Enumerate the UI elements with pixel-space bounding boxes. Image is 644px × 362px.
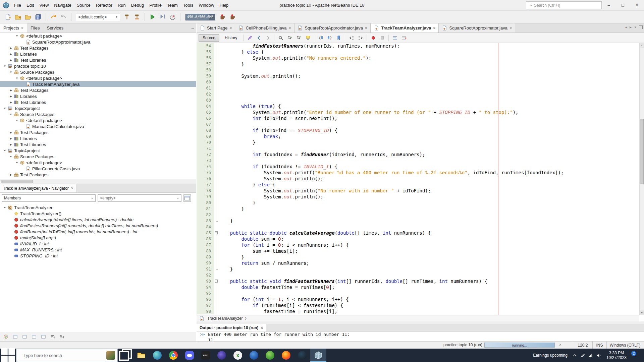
code-line[interactable]: 95 [197, 290, 639, 296]
code-line[interactable]: 71 [197, 145, 639, 152]
tree-item-test-libraries[interactable]: ▶Test Libraries [0, 99, 196, 105]
open-project-icon[interactable] [23, 12, 33, 21]
show-non-public-icon[interactable] [39, 333, 47, 341]
panel-tab-services[interactable]: Services [43, 23, 67, 33]
expand-icon[interactable]: ▶ [9, 47, 13, 50]
code-editor[interactable]: 54 findFastestRunners(runnerIds, runTime… [197, 43, 639, 315]
expand-icon[interactable]: ▶ [9, 101, 13, 104]
tree-item-test-packages[interactable]: ▶Test Packages [0, 129, 196, 135]
code-line[interactable]: 74 if (foundIndex != INVALID_I) { [197, 164, 639, 170]
expand-icon[interactable]: ▶ [9, 143, 13, 146]
menu-file[interactable]: File [11, 0, 24, 10]
tree-item-test-libraries[interactable]: ▶Test Libraries [0, 57, 196, 63]
navigator-item-calculateaverage[interactable]: calculateAverage(double[] times, int num… [0, 217, 196, 223]
code-line[interactable]: 73 [197, 158, 639, 164]
scroll-tabs-right-icon[interactable]: ▶ [630, 26, 632, 29]
menu-refactor[interactable]: Refactor [93, 0, 115, 10]
collapse-icon[interactable]: ▼ [15, 77, 19, 80]
code-line[interactable]: 68 if (idToFind == STOPPING_ID) { [197, 127, 639, 133]
xbox-taskbar-button[interactable] [262, 349, 278, 362]
close-icon[interactable]: × [261, 326, 263, 330]
close-icon[interactable]: × [509, 26, 512, 30]
code-line[interactable]: 65 System.out.println("Enter id number o… [197, 109, 639, 115]
code-line[interactable]: 90 return sum / numRunners; [197, 260, 639, 266]
expand-icon[interactable]: ▶ [9, 59, 13, 62]
source-view-button[interactable]: Source [199, 34, 219, 42]
code-line[interactable]: 63 [197, 97, 639, 103]
collapse-icon[interactable]: ▼ [9, 113, 13, 116]
breadcrumb-item[interactable]: TrackTeamAnalyzer [207, 316, 243, 321]
clean-build-icon[interactable] [132, 12, 142, 21]
shift-right-icon[interactable] [356, 34, 365, 42]
menu-run[interactable]: Run [115, 0, 128, 10]
eclipse-taskbar-button[interactable] [214, 349, 230, 362]
find-selection-icon[interactable] [276, 34, 285, 42]
menu-edit[interactable]: Edit [24, 0, 37, 10]
tree-item-source-packages[interactable]: ▼Source Packages [0, 154, 196, 160]
tree-item-squarerootapproximator-java[interactable]: SquareRootApproximator.java [0, 39, 196, 45]
profile-icon[interactable] [168, 12, 177, 21]
code-line[interactable]: 69 break; [197, 133, 639, 139]
chrome-taskbar-button[interactable] [165, 349, 181, 362]
close-icon[interactable]: × [289, 26, 291, 30]
navigator-item-stopping-id[interactable]: STOPPING_ID : int [0, 253, 196, 259]
scrollbar-thumb[interactable] [640, 119, 644, 184]
editor-tab-squarerootapproximator-java[interactable]: SquareRootApproximator.java× [294, 23, 371, 33]
pen-icon[interactable] [579, 349, 587, 362]
navigator-item-findrunner[interactable]: findRunner(int idToFind, int[] runnerIds… [0, 229, 196, 235]
build-icon[interactable] [122, 12, 131, 21]
projects-horizontal-scrollbar[interactable] [0, 179, 196, 184]
record-macro-icon[interactable] [369, 34, 377, 42]
code-line[interactable]: 86 double sum = 0; [197, 236, 639, 242]
tree-item-default-package[interactable]: ▼<default package> [0, 75, 196, 81]
code-line[interactable]: 60 [197, 79, 639, 85]
find-prev-icon[interactable] [294, 34, 303, 42]
code-line[interactable]: 96 for (int i = 1; i < numRunners; i++) … [197, 296, 639, 302]
code-line[interactable]: 61 [197, 85, 639, 91]
menu-team[interactable]: Team [164, 0, 180, 10]
expand-icon[interactable]: ▶ [9, 173, 13, 176]
memory-indicator[interactable]: 450.8/560.0MB [185, 14, 215, 20]
toggle-bookmark-icon[interactable] [334, 34, 343, 42]
menu-window[interactable]: Window [196, 0, 217, 10]
collapse-icon[interactable]: ▼ [9, 71, 13, 74]
debug-icon[interactable] [158, 12, 167, 21]
insert-mode[interactable]: INS [592, 342, 606, 349]
tab-list-dropdown-icon[interactable]: ▼ [634, 26, 637, 29]
last-edit-icon[interactable] [246, 34, 254, 42]
tree-item-source-packages[interactable]: ▼Source Packages [0, 69, 196, 75]
new-project-icon[interactable] [13, 12, 22, 21]
code-line[interactable]: 72 int foundIndex = findRunner(idToFind,… [197, 152, 639, 158]
code-line[interactable]: 98 fastestTime = runTimes[i]; [197, 308, 639, 314]
code-line[interactable]: 89 } [197, 254, 639, 260]
navigator-item-main[interactable]: main(String[] args) [0, 235, 196, 241]
tree-item-default-package[interactable]: ▼<default package> [0, 117, 196, 123]
collapse-icon[interactable]: ▼ [3, 149, 7, 152]
menu-profile[interactable]: Profile [147, 0, 164, 10]
firefox-taskbar-button[interactable] [278, 349, 294, 362]
collapse-icon[interactable]: ▼ [3, 107, 7, 110]
maximize-button[interactable]: □ [616, 0, 630, 10]
output-splitter[interactable] [197, 321, 644, 324]
minimize-button[interactable]: – [602, 0, 616, 10]
code-line[interactable]: 75 System.out.printf("Runner %d has a 40… [197, 170, 639, 176]
code-line[interactable]: 84 [197, 224, 639, 230]
tree-item-libraries[interactable]: ▶Libraries [0, 93, 196, 99]
tree-item-manualcostcalculator-java[interactable]: ManualCostCalculator.java [0, 123, 196, 129]
code-line[interactable]: 77 } else { [197, 182, 639, 188]
tree-item-test-libraries[interactable]: ▶Test Libraries [0, 141, 196, 147]
close-icon[interactable]: × [71, 186, 73, 190]
minimize-panel-icon[interactable]: – [192, 25, 194, 31]
comment-icon[interactable] [391, 34, 399, 42]
volume-icon[interactable] [595, 349, 603, 362]
next-bookmark-icon[interactable] [325, 34, 334, 42]
network-icon[interactable] [587, 349, 595, 362]
fold-collapse-icon[interactable]: − [214, 278, 219, 284]
uncomment-icon[interactable] [400, 34, 408, 42]
prev-bookmark-icon[interactable] [316, 34, 325, 42]
xbox-white-taskbar-button[interactable]: x [230, 349, 246, 362]
menu-help[interactable]: Help [217, 0, 231, 10]
navigator-tab[interactable]: TrackTe amAnalyzer.java - Navigator × [0, 184, 77, 192]
expand-icon[interactable]: ▶ [9, 89, 13, 92]
code-line[interactable]: 62 [197, 91, 639, 97]
